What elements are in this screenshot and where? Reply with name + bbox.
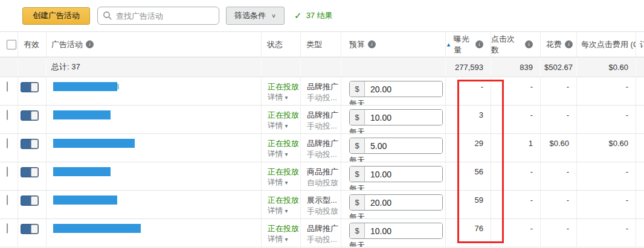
campaign-name-link[interactable] xyxy=(53,196,117,205)
row-campaign-cell xyxy=(47,134,262,162)
search-input[interactable] xyxy=(97,7,219,25)
budget-period-label: 每天 xyxy=(349,98,445,105)
budget-input[interactable] xyxy=(365,81,442,97)
partial-cell xyxy=(636,134,644,162)
cpc-cell: $0.60 xyxy=(577,134,636,162)
row-checkbox[interactable] xyxy=(7,167,8,177)
campaign-name-link[interactable] xyxy=(53,139,135,148)
table-row: 3 正在投放 详情 ▾ 品牌推广 手动投... $ 每天 - - - - xyxy=(0,77,644,106)
info-icon[interactable]: i xyxy=(525,40,533,48)
chevron-down-icon: ▾ xyxy=(285,208,288,214)
header-campaign[interactable]: 广告活动 i xyxy=(47,32,262,57)
budget-input-group: $ xyxy=(349,194,443,211)
campaign-name-peek[interactable]: 3 xyxy=(115,82,119,91)
summary-total-text: 总计: 37 xyxy=(51,62,80,72)
row-campaign-cell xyxy=(47,191,262,218)
summary-impressions: 277,593 xyxy=(446,57,491,77)
header-cpc-label: 每次点击费用 (CPC) xyxy=(581,39,636,50)
table-row: 正在投放 详情 ▾ 品牌推广 手动投... $ 每天 3 - - - xyxy=(0,106,644,134)
details-dropdown[interactable]: 详情 ▾ xyxy=(262,177,300,188)
budget-period-label: 每天 xyxy=(349,127,445,133)
budget-input[interactable] xyxy=(365,167,442,182)
header-budget[interactable]: 预算 i xyxy=(341,32,446,57)
campaign-search xyxy=(97,7,219,25)
campaign-name-link[interactable] xyxy=(53,110,111,119)
summary-spend-value: $502.67 xyxy=(544,63,573,72)
header-clicks[interactable]: 点击次数 i xyxy=(491,32,541,57)
budget-period-label: 每天 xyxy=(349,155,445,162)
results-count: 37 结果 xyxy=(306,10,333,21)
budget-period-label: 每天 xyxy=(349,183,445,190)
table-row: 正在投放 详情 ▾ 展示型... 手动投放 $ 每天 59 - - - xyxy=(0,191,644,219)
filter-button[interactable]: 筛选条件 ∨ xyxy=(226,7,285,25)
campaign-type: 展示型... xyxy=(301,196,341,205)
header-impressions-label: 曝光量 xyxy=(454,34,472,56)
active-toggle[interactable] xyxy=(21,82,39,92)
row-type-cell: 品牌推广 手动投... xyxy=(301,134,341,162)
summary-active-cell xyxy=(18,57,47,77)
targeting-type: 手动投放 xyxy=(301,205,341,217)
info-icon[interactable]: i xyxy=(368,40,376,48)
header-impressions[interactable]: ▲ 曝光量 i xyxy=(446,32,491,57)
partial-cell xyxy=(636,219,644,247)
budget-input[interactable] xyxy=(365,223,442,238)
row-type-cell: 品牌推广 手动投... xyxy=(301,77,341,105)
details-dropdown[interactable]: 详情 ▾ xyxy=(262,205,300,217)
row-checkbox[interactable] xyxy=(7,138,8,148)
impressions-cell: 56 xyxy=(446,162,491,190)
header-cpc[interactable]: 每次点击费用 (CPC) xyxy=(577,32,636,57)
cpc-cell: - xyxy=(577,219,636,247)
budget-input[interactable] xyxy=(365,110,442,125)
select-all-checkbox[interactable] xyxy=(7,40,16,49)
create-campaign-button[interactable]: 创建广告活动 xyxy=(22,7,90,25)
details-dropdown[interactable]: 详情 ▾ xyxy=(262,120,300,132)
filter-button-label: 筛选条件 xyxy=(234,10,266,21)
info-icon[interactable]: i xyxy=(565,40,573,48)
info-icon[interactable]: i xyxy=(86,40,94,48)
row-checkbox[interactable] xyxy=(7,223,8,234)
row-status-cell: 正在投放 详情 ▾ xyxy=(262,106,301,133)
row-campaign-cell: 3 xyxy=(47,77,262,105)
active-toggle[interactable] xyxy=(21,196,39,206)
info-icon[interactable]: i xyxy=(475,40,483,48)
table-header-row: 有效 广告活动 i 状态 类型 预算 i ▲ 曝光量 i 点击次数 xyxy=(0,32,644,57)
row-campaign-cell xyxy=(47,162,262,190)
targeting-type: 手动投... xyxy=(301,234,341,245)
budget-period-label: 每天 xyxy=(349,212,445,218)
budget-input[interactable] xyxy=(365,138,442,153)
header-spend[interactable]: 花费 i xyxy=(541,32,577,57)
campaign-name-link[interactable] xyxy=(53,224,141,233)
partial-cell xyxy=(636,191,644,218)
row-budget-cell: $ 每天 xyxy=(341,134,446,162)
check-icon: ✓ xyxy=(294,10,302,21)
campaign-name-link[interactable] xyxy=(53,82,117,91)
row-active-cell xyxy=(18,191,47,218)
active-toggle[interactable] xyxy=(21,224,39,234)
status-badge: 正在投放 xyxy=(262,167,300,177)
row-active-cell xyxy=(18,219,47,247)
table-row: 正在投放 详情 ▾ 品牌推广 手动投... $ 每天 29 1 $0.60 $0… xyxy=(0,134,644,162)
row-checkbox[interactable] xyxy=(7,195,8,205)
row-type-cell: 商品推广 自动投放 xyxy=(301,162,341,190)
active-toggle[interactable] xyxy=(21,110,39,121)
row-checkbox[interactable] xyxy=(7,81,8,92)
targeting-type: 手动投... xyxy=(301,148,341,160)
details-dropdown[interactable]: 详情 ▾ xyxy=(262,92,300,103)
row-campaign-cell xyxy=(47,106,262,133)
budget-input[interactable] xyxy=(365,195,442,210)
summary-status-cell xyxy=(262,57,301,77)
row-checkbox[interactable] xyxy=(7,110,8,120)
active-toggle[interactable] xyxy=(21,167,39,177)
summary-select-cell xyxy=(0,57,18,77)
currency-prefix: $ xyxy=(350,195,365,210)
targeting-type: 自动投放 xyxy=(301,177,341,188)
campaign-name-link[interactable] xyxy=(53,167,111,176)
cpc-cell: - xyxy=(577,77,636,105)
summary-cpc: $0.60 xyxy=(577,57,636,77)
active-toggle[interactable] xyxy=(21,139,39,149)
details-dropdown[interactable]: 详情 ▾ xyxy=(262,234,300,245)
header-active-label: 有效 xyxy=(24,39,39,50)
details-dropdown[interactable]: 详情 ▾ xyxy=(262,148,300,160)
chevron-down-icon: ▾ xyxy=(285,122,288,129)
currency-prefix: $ xyxy=(350,110,365,125)
